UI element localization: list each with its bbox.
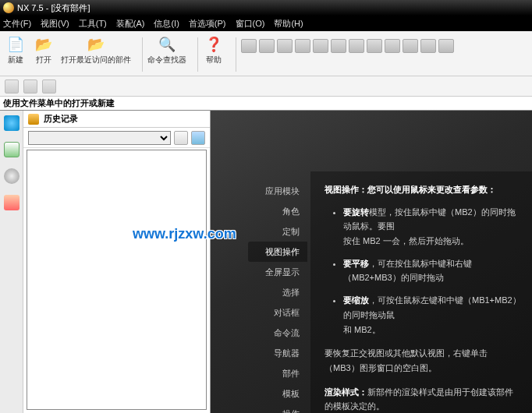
secondary-toolbar (0, 76, 532, 97)
main-toolbar: 📄新建 📂打开 📂打开最近访问的部件 🔍命令查找器 ❓帮助 (0, 31, 532, 76)
main-area: 历史记录 应用模块角色定制视图操作全屏显示选择对话框命令流导航器部件模板操作 视… (0, 111, 532, 413)
welcome-content: 视图操作：您可以使用鼠标来更改查看参数： 要旋转模型，按住鼠标中键（MB2）的同… (310, 171, 532, 413)
help-bullet: 要平移，可在按住鼠标中键和右键（MB2+MB3）的同时拖动 (343, 256, 521, 285)
panel-title: 历史记录 (23, 111, 210, 128)
history-list[interactable] (27, 150, 207, 410)
small-tool[interactable] (5, 79, 19, 94)
open-recent-button[interactable]: 📂打开最近访问的部件 (61, 34, 131, 65)
window-title: NX 7.5 - [没有部件] (17, 2, 90, 14)
help-button[interactable]: ❓帮助 (203, 34, 225, 65)
welcome-nav-item[interactable]: 命令流 (248, 323, 307, 343)
nav-icon[interactable] (4, 168, 20, 184)
content-heading: 视图操作：您可以使用鼠标来更改查看参数： (325, 182, 521, 197)
command-finder-button[interactable]: 🔍命令查找器 (147, 34, 186, 65)
disabled-tool-group (241, 34, 475, 53)
toolbar-separator (236, 37, 236, 72)
help-bullet: 要旋转模型，按住鼠标中键（MB2）的同时拖动鼠标。要围按住 MB2 一会，然后开… (343, 205, 521, 249)
welcome-nav-item[interactable]: 定制 (248, 221, 307, 242)
menu-bar: 文件(F) 视图(V) 工具(T) 装配(A) 信息(I) 首选项(P) 窗口(… (0, 16, 532, 31)
menu-file[interactable]: 文件(F) (3, 18, 31, 30)
toolbar-separator (197, 37, 198, 72)
resource-bar (0, 111, 23, 413)
app-icon (3, 2, 14, 13)
welcome-nav-item[interactable]: 对话框 (248, 302, 307, 323)
welcome-nav-item[interactable]: 应用模块 (248, 181, 307, 201)
welcome-nav-item[interactable]: 视图操作 (248, 242, 307, 262)
view-mode-icon[interactable] (191, 131, 205, 145)
help-text: 要恢复正交视图或其他默认视图，右键单击（MB3）图形窗口的空白图。 (325, 346, 521, 375)
welcome-nav-item[interactable]: 操作 (248, 404, 307, 413)
help-bullet: 要缩放，可按住鼠标左键和中键（MB1+MB2）的同时拖动鼠和 MB2。 (343, 293, 521, 337)
nav-icon[interactable] (4, 195, 20, 210)
history-dropdown[interactable] (28, 131, 171, 145)
nav-icon[interactable] (4, 142, 20, 157)
welcome-nav-item[interactable]: 部件 (248, 363, 307, 383)
graphics-area: 应用模块角色定制视图操作全屏显示选择对话框命令流导航器部件模板操作 视图操作：您… (211, 111, 532, 413)
menu-help[interactable]: 帮助(H) (274, 18, 303, 30)
menu-tools[interactable]: 工具(T) (79, 18, 107, 30)
welcome-nav-item[interactable]: 角色 (248, 201, 307, 221)
small-tool[interactable] (42, 79, 56, 94)
hint-bar: 使用文件菜单中的打开或新建 (0, 97, 532, 111)
welcome-nav-item[interactable]: 导航器 (248, 343, 307, 363)
panel-toolbar (23, 128, 210, 148)
toolbar-separator (142, 37, 143, 72)
welcome-nav-item[interactable]: 全屏显示 (248, 262, 307, 282)
history-panel: 历史记录 (23, 111, 211, 413)
nav-icon[interactable] (4, 115, 20, 131)
help-text: 渲染样式：新部件的渲染样式是由用于创建该部件的模板决定的。图形窗口的空白区域，从… (325, 385, 521, 413)
menu-window[interactable]: 窗口(O) (236, 18, 265, 30)
small-tool[interactable] (23, 79, 37, 94)
welcome-nav-item[interactable]: 模板 (248, 383, 307, 404)
welcome-nav: 应用模块角色定制视图操作全屏显示选择对话框命令流导航器部件模板操作 (248, 181, 307, 413)
new-button[interactable]: 📄新建 (5, 34, 27, 65)
open-button[interactable]: 📂打开 (33, 34, 55, 65)
refresh-icon[interactable] (174, 131, 188, 145)
menu-prefs[interactable]: 首选项(P) (189, 18, 226, 30)
menu-assembly[interactable]: 装配(A) (116, 18, 145, 30)
welcome-nav-item[interactable]: 选择 (248, 282, 307, 302)
title-bar: NX 7.5 - [没有部件] (0, 0, 532, 16)
menu-view[interactable]: 视图(V) (41, 18, 69, 30)
menu-info[interactable]: 信息(I) (154, 18, 179, 30)
